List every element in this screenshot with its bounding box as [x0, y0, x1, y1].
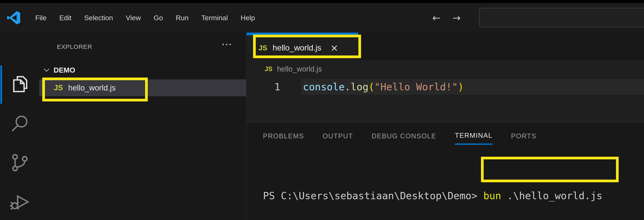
forward-arrow-icon[interactable]: → — [452, 12, 460, 24]
history-navigation: ← → — [432, 3, 460, 32]
window-top-edge — [0, 0, 644, 3]
panel-tab-bar: PROBLEMS OUTPUT DEBUG CONSOLE TERMINAL P… — [263, 128, 536, 145]
command-center-search-input[interactable] — [479, 8, 644, 27]
activity-item-source-control[interactable] — [0, 152, 39, 173]
menu-run[interactable]: Run — [170, 3, 195, 32]
sidebar-title: EXPLORER — [57, 43, 92, 50]
terminal-output[interactable]: PS C:\Users\sebastiaan\Desktop\Demo> bun… — [263, 162, 602, 220]
bottom-panel: PROBLEMS OUTPUT DEBUG CONSOLE TERMINAL P… — [246, 122, 644, 220]
activity-bar — [0, 32, 39, 220]
menu-file[interactable]: File — [29, 3, 53, 32]
menu-edit[interactable]: Edit — [53, 3, 78, 32]
vscode-logo-icon — [7, 11, 20, 24]
back-arrow-icon[interactable]: ← — [432, 12, 440, 24]
code-line: console.log("Hello World!") — [303, 79, 464, 94]
token-dot: . — [344, 81, 350, 92]
title-bar: File Edit Selection View Go Run Terminal… — [0, 3, 644, 32]
panel-tab-output[interactable]: OUTPUT — [322, 128, 353, 145]
panel-tab-terminal[interactable]: TERMINAL — [455, 128, 492, 145]
more-actions-icon[interactable]: ⋯ — [221, 39, 232, 50]
folder-section-demo[interactable]: DEMO — [39, 63, 246, 77]
menu-terminal[interactable]: Terminal — [195, 3, 234, 32]
chevron-down-icon — [43, 68, 50, 72]
menu-selection[interactable]: Selection — [78, 3, 119, 32]
search-icon — [9, 113, 30, 134]
activity-item-run-debug[interactable] — [0, 192, 39, 212]
activity-item-search[interactable] — [0, 113, 39, 134]
tab-label: hello_world.js — [273, 43, 321, 52]
file-name: hello_world.js — [68, 84, 116, 92]
panel-tab-ports[interactable]: PORTS — [511, 128, 536, 145]
explorer-sidebar: EXPLORER ⋯ DEMO JS hello_world.js — [39, 32, 246, 220]
terminal-command-args: .\hello_world.js — [501, 190, 602, 202]
tab-hello-world-js[interactable]: JS hello_world.js × — [246, 32, 358, 60]
editor-tab-bar: JS hello_world.js × — [246, 32, 644, 60]
javascript-file-icon: JS — [54, 84, 63, 92]
file-item-hello-world-js[interactable]: JS hello_world.js — [39, 80, 246, 96]
panel-tab-problems[interactable]: PROBLEMS — [263, 128, 304, 145]
close-icon[interactable]: × — [330, 43, 338, 52]
token-open-paren: ( — [368, 81, 374, 92]
menu-bar: File Edit Selection View Go Run Terminal… — [29, 3, 262, 32]
breadcrumb-file-name: hello_world.js — [277, 65, 322, 74]
editor-group: JS hello_world.js × JS hello_world.js 1 … — [246, 32, 644, 220]
panel-tab-debug-console[interactable]: DEBUG CONSOLE — [372, 128, 436, 145]
javascript-file-icon: JS — [258, 44, 267, 52]
terminal-prompt: PS C:\Users\sebastiaan\Desktop\Demo> — [263, 190, 483, 202]
token-log: log — [350, 81, 368, 92]
terminal-command-bun: bun — [483, 190, 501, 202]
token-console: console — [303, 81, 344, 92]
breadcrumb[interactable]: JS hello_world.js — [246, 61, 644, 77]
menu-go[interactable]: Go — [147, 3, 169, 32]
code-editor[interactable]: 1 console.log("Hello World!") — [246, 77, 644, 122]
files-icon — [9, 74, 30, 94]
token-string: "Hello World!" — [374, 81, 458, 92]
line-number: 1 — [246, 79, 280, 94]
menu-help[interactable]: Help — [234, 3, 262, 32]
menu-view[interactable]: View — [119, 3, 147, 32]
debug-bug-play-icon — [9, 192, 30, 212]
javascript-file-icon: JS — [264, 65, 272, 73]
token-close-paren: ) — [458, 81, 464, 92]
activity-item-explorer[interactable] — [0, 74, 39, 94]
terminal-line: PS C:\Users\sebastiaan\Desktop\Demo> bun… — [263, 189, 602, 202]
folder-name: DEMO — [54, 66, 75, 74]
source-control-branch-icon — [9, 152, 30, 173]
